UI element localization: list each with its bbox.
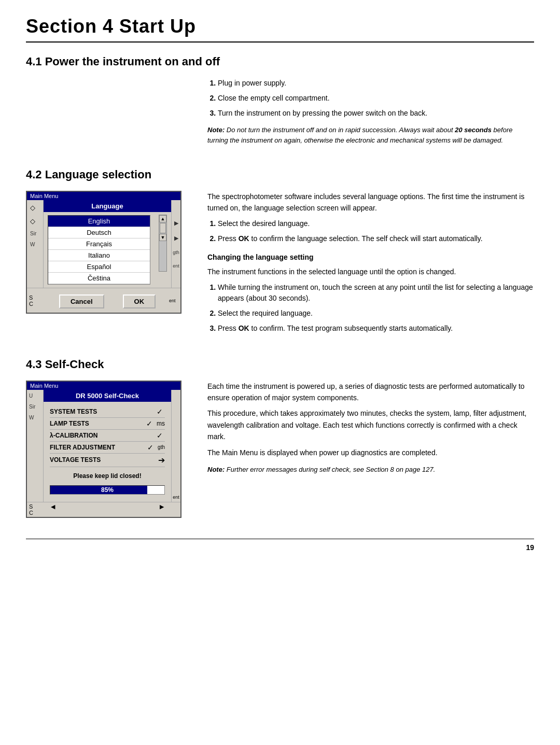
section-42-right: The spectrophotometer software includes … — [207, 191, 534, 339]
titlebar-label: Main Menu — [30, 193, 58, 199]
sc-bottom-right — [169, 503, 178, 516]
scrollbar-down[interactable]: ▼ — [159, 234, 166, 241]
section-43-right: Each time the instrument is powered up, … — [207, 381, 534, 518]
section-41-steps: Plug in power supply. Close the empty ce… — [207, 78, 534, 119]
progress-label: 85% — [50, 486, 164, 494]
sc-bottom-left: SC — [29, 503, 46, 516]
page-title: Section 4 Start Up — [26, 16, 196, 37]
section-43-para2: This procedure, which takes approximatel… — [207, 407, 534, 442]
test-calibration-label: λ-CALIBRATION — [50, 432, 97, 439]
test-calibration: λ-CALIBRATION ✓ — [50, 430, 165, 442]
selfcheck-dialog: Main Menu U Sir W DR 5000 Self-Check — [26, 381, 181, 518]
section-41-right: Plug in power supply. Close the empty ce… — [207, 78, 534, 149]
step-41-2: Close the empty cell compartment. — [218, 93, 534, 104]
section-41-note: Note: Do not turn the instrument off and… — [207, 125, 534, 145]
test-calibration-check: ✓ — [157, 431, 163, 440]
section-42: 4.2 Language selection Main Menu ◇ — [26, 168, 534, 339]
page-number: 19 — [526, 543, 534, 552]
dialog-titlebar: Main Menu — [27, 192, 180, 200]
step-42-1: Select the desired language. — [218, 218, 534, 229]
test-filter-check: ✓ — [147, 443, 153, 452]
step-41-1: Plug in power supply. — [218, 78, 534, 89]
section-42-title: 4.2 Language selection — [26, 168, 534, 181]
language-scrollbar[interactable]: ▲ ▼ — [159, 215, 167, 272]
selfcheck-titlebar-label: Main Menu — [30, 383, 58, 389]
sc-left-sir: Sir — [28, 403, 42, 411]
change-step-1: While turning the instrument on, touch t… — [218, 282, 534, 304]
dialog-buttons: Cancel OK — [46, 291, 169, 312]
selfcheck-titlebar: Main Menu — [27, 382, 180, 390]
test-system: SYSTEM TESTS ✓ — [50, 406, 165, 418]
section-42-left: Main Menu ◇ ◇ Sir — [26, 191, 192, 339]
icon-row-w: W — [28, 240, 42, 249]
ok-button[interactable]: OK — [123, 294, 156, 308]
section-42-steps: Select the desired language. Press OK to… — [207, 218, 534, 244]
step-41-3: Turn the instrument on by pressing the p… — [218, 108, 534, 119]
section-42-intro: The spectrophotometer software includes … — [207, 191, 534, 214]
section-43: 4.3 Self-Check Main Menu U Sir W — [26, 358, 534, 518]
change-step-2: Select the required language. — [218, 308, 534, 319]
sc-left-w: W — [28, 414, 42, 421]
change-step-3: Press OK to confirm. The test program su… — [218, 323, 534, 334]
lang-italiano[interactable]: Italiano — [48, 250, 150, 261]
scrollbar-up[interactable]: ▲ — [159, 215, 166, 222]
sc-left-u: U — [28, 392, 42, 400]
language-dialog: Main Menu ◇ ◇ Sir — [26, 191, 181, 314]
progress-bar-container: 85% — [50, 485, 165, 495]
section-43-note: Note: Further error messages during self… — [207, 465, 534, 475]
lang-english[interactable]: English — [48, 216, 150, 227]
diamond-icon-1: ◇ — [30, 204, 38, 212]
test-filter-label: FILTER ADJUSTMENT — [50, 444, 115, 451]
test-system-check: ✓ — [157, 407, 163, 416]
step-42-2: Press OK to confirm the language selecti… — [218, 233, 534, 244]
right-fragment-ent: ent — [171, 262, 181, 270]
sc-bottom-nav1: ◀ — [51, 503, 55, 516]
lang-deutsch[interactable]: Deutsch — [48, 227, 150, 238]
section-43-title: 4.3 Self-Check — [26, 358, 534, 371]
language-list[interactable]: English Deutsch Français Italiano Españo… — [48, 215, 150, 285]
lang-francais[interactable]: Français — [48, 238, 150, 250]
bottom-right-fragment: ent — [169, 298, 178, 303]
page-header: Section 4 Start Up — [26, 16, 534, 43]
section-43-left: Main Menu U Sir W DR 5000 Self-Check — [26, 381, 192, 518]
test-lamp-label: LAMP TESTS — [50, 420, 89, 427]
section-41-title: 4.1 Power the instrument on and off — [26, 55, 534, 68]
icon-row-sir: Sir — [28, 229, 42, 238]
lang-espanol[interactable]: Español — [48, 261, 150, 273]
test-system-label: SYSTEM TESTS — [50, 408, 97, 415]
changing-steps: While turning the instrument on, touch t… — [207, 282, 534, 334]
sc-bottom-nav2: ▶ — [160, 503, 164, 516]
test-filter: FILTER ADJUSTMENT ✓ gth — [50, 442, 165, 454]
keep-lid-note: Please keep lid closed! — [50, 471, 165, 481]
test-voltage-arrow: ➔ — [158, 455, 165, 465]
icon-row-2: ◇ — [28, 216, 42, 227]
test-lamp: LAMP TESTS ✓ ms — [50, 418, 165, 430]
selfcheck-header: DR 5000 Self-Check — [44, 390, 171, 402]
test-lamp-extra: ms — [157, 420, 165, 427]
diamond-icon-2: ◇ — [30, 217, 38, 226]
page-footer: 19 — [26, 539, 534, 552]
right-fragment-top: ▶ — [172, 219, 180, 228]
right-fragment-mid: ▶ — [172, 234, 180, 243]
section-41-left — [26, 78, 192, 149]
dialog-language-header: Language — [44, 200, 171, 212]
icon-row-1: ◇ — [28, 202, 42, 214]
selfcheck-body: SYSTEM TESTS ✓ LAMP TESTS ✓ ms — [44, 402, 171, 502]
section-43-para1: Each time the instrument is powered up, … — [207, 381, 534, 404]
changing-heading: Changing the language setting — [207, 251, 534, 263]
test-lamp-check: ✓ — [146, 419, 152, 428]
lang-cestina[interactable]: Čeština — [48, 273, 150, 284]
changing-text: The instrument functions in the selected… — [207, 266, 534, 277]
section-43-para3: The Main Menu is displayed when power up… — [207, 447, 534, 458]
test-voltage: VOLTAGE TESTS ➔ — [50, 454, 165, 467]
cancel-button[interactable]: Cancel — [59, 294, 104, 308]
scrollbar-thumb[interactable] — [160, 223, 166, 233]
section-41: 4.1 Power the instrument on and off Plug… — [26, 55, 534, 149]
test-filter-extra: gth — [158, 444, 165, 450]
test-voltage-label: VOLTAGE TESTS — [50, 456, 101, 463]
right-fragment-gth: gth — [171, 249, 181, 256]
bottom-left-fragment: SC — [29, 294, 46, 307]
sc-right-ent: ent — [173, 495, 179, 500]
